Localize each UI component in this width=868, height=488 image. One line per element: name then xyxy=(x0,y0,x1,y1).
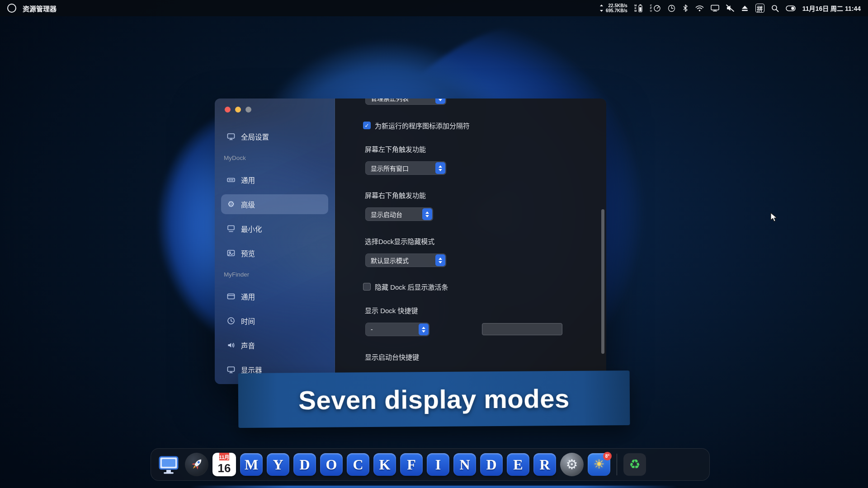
recycle-icon: ♻ xyxy=(629,458,640,471)
bluetooth-menu-item[interactable] xyxy=(682,4,689,12)
cpu-indicator[interactable]: CPU xyxy=(650,4,661,12)
dock-item-trash[interactable]: ♻ xyxy=(623,453,646,476)
activation-bar-checkbox[interactable] xyxy=(363,283,371,291)
menu-bar: 资源管理器 22.5KB/s 695.7KB/s MEM xyxy=(0,0,868,16)
minimize-button[interactable] xyxy=(235,107,241,113)
dock-item-weather[interactable]: ☀ 8° xyxy=(588,453,610,476)
select-stepper-icon xyxy=(435,254,445,266)
minimize-icon xyxy=(226,224,236,233)
sidebar-item-mydock-preview[interactable]: 预览 xyxy=(221,243,328,263)
desktop: 资源管理器 22.5KB/s 695.7KB/s MEM xyxy=(0,0,868,488)
content-scrollbar[interactable] xyxy=(601,209,604,354)
sidebar-item-global-settings[interactable]: 全局设置 xyxy=(221,127,328,146)
sidebar-section-myfinder: MyFinder xyxy=(224,270,328,279)
dock-item-letter[interactable]: D xyxy=(293,453,316,476)
sidebar-item-mydock-general[interactable]: 通用 xyxy=(221,170,328,190)
sidebar-section-mydock: MyDock xyxy=(224,154,328,163)
separator-checkbox-label: 为新运行的程序图标添加分隔符 xyxy=(375,121,470,130)
wifi-icon xyxy=(695,5,704,12)
sun-icon: ☀ xyxy=(593,458,604,471)
select-stepper-icon xyxy=(419,324,429,335)
dock-mode-select[interactable]: 默认显示模式 xyxy=(365,253,446,267)
eject-menu-item[interactable] xyxy=(741,5,749,12)
corner-left-label: 屏幕左下角触发功能 xyxy=(365,144,426,154)
corner-right-label: 屏幕右下角触发功能 xyxy=(365,190,426,200)
switch-user-menu-item[interactable] xyxy=(786,5,796,11)
dock-item-letter[interactable]: Y xyxy=(267,453,289,476)
display-icon xyxy=(226,365,236,374)
dock-mode-label: 选择Dock显示隐藏模式 xyxy=(365,236,434,246)
gear-icon: ⚙ xyxy=(566,458,578,471)
dock-item-letter[interactable]: F xyxy=(400,453,423,476)
dock-item-calendar[interactable]: 11月 16 xyxy=(212,453,236,476)
clock-menu-icon[interactable] xyxy=(668,5,675,12)
clock-icon xyxy=(668,5,675,12)
dock-item-letter[interactable]: O xyxy=(320,453,343,476)
display-menu-item[interactable] xyxy=(711,5,719,12)
launchpad-hotkey-label: 显示启动台快捷键 xyxy=(365,352,419,361)
dock-item-letter[interactable]: I xyxy=(427,453,449,476)
corner-left-select[interactable]: 显示所有窗口 xyxy=(365,161,446,175)
volume-menu-item[interactable] xyxy=(726,5,734,12)
mem-label: MEM xyxy=(634,4,637,12)
dock-item-letter[interactable]: M xyxy=(240,453,263,476)
dock-item-letter[interactable]: N xyxy=(453,453,476,476)
net-upload-speed: 22.5KB/s xyxy=(606,3,627,8)
dock-item-letter[interactable]: D xyxy=(480,453,503,476)
up-down-arrows-icon xyxy=(599,4,604,12)
active-app-title: 资源管理器 xyxy=(23,4,57,13)
dock-hotkey-input[interactable] xyxy=(482,323,562,335)
dock-item-settings[interactable]: ⚙ xyxy=(560,453,584,476)
battery-icon xyxy=(638,4,643,13)
banner-text: Seven display modes xyxy=(298,383,570,415)
select-stepper-icon xyxy=(435,99,445,104)
speaker-icon xyxy=(226,341,236,350)
zoom-button[interactable] xyxy=(245,107,251,113)
app-logo-icon[interactable] xyxy=(7,4,16,13)
corner-right-select[interactable]: 显示启动台 xyxy=(365,207,433,221)
calendar-month: 11月 xyxy=(219,453,230,460)
banned-list-select[interactable]: 管理禁止列表 xyxy=(365,99,446,105)
select-stepper-icon xyxy=(422,208,432,220)
menu-bar-clock[interactable]: 11月16日 周二 11:44 xyxy=(802,4,861,13)
settings-sidebar: 全局设置 MyDock 通用 ⚙ 高级 最小化 xyxy=(215,99,335,384)
memory-indicator[interactable]: MEM xyxy=(634,4,643,13)
close-button[interactable] xyxy=(225,107,231,113)
check-icon: ✓ xyxy=(364,122,369,129)
dock-item-letter[interactable]: K xyxy=(373,453,396,476)
dock-item-letter[interactable]: R xyxy=(533,453,556,476)
dock-separator xyxy=(617,454,617,475)
sidebar-item-myfinder-time[interactable]: 时间 xyxy=(221,311,328,331)
input-method-indicator[interactable]: 拼 xyxy=(755,4,764,13)
calendar-day: 16 xyxy=(218,460,231,476)
sidebar-item-mydock-minimize[interactable]: 最小化 xyxy=(221,219,328,239)
gauge-icon xyxy=(653,5,661,12)
sidebar-item-mydock-advanced[interactable]: ⚙ 高级 xyxy=(221,194,328,214)
display-icon xyxy=(711,5,719,12)
dock-hotkey-label: 显示 Dock 快捷键 xyxy=(365,305,418,315)
sidebar-item-myfinder-general[interactable]: 通用 xyxy=(221,286,328,306)
dock-item-letter[interactable]: E xyxy=(507,453,529,476)
preview-icon xyxy=(226,249,236,258)
sidebar-item-myfinder-sound[interactable]: 声音 xyxy=(221,335,328,355)
spotlight-menu-item[interactable] xyxy=(771,5,779,12)
network-speed-indicator[interactable]: 22.5KB/s 695.7KB/s xyxy=(599,3,627,13)
dock-item-letter[interactable]: C xyxy=(347,453,369,476)
dock: 11月 16 M Y D O C K F I N D E R ⚙ ☀ 8° ♻ xyxy=(151,448,710,481)
dock-icon xyxy=(226,175,236,184)
cpu-label: CPU xyxy=(650,4,652,12)
select-stepper-icon xyxy=(435,162,445,174)
dock-item-launchpad[interactable] xyxy=(185,453,208,476)
settings-window: 全局设置 MyDock 通用 ⚙ 高级 最小化 xyxy=(215,99,606,384)
weather-badge: 8° xyxy=(603,452,612,460)
dock-hotkey-select[interactable]: - xyxy=(365,323,429,336)
separator-checkbox[interactable]: ✓ xyxy=(363,122,371,129)
gear-icon: ⚙ xyxy=(226,200,236,209)
wifi-menu-item[interactable] xyxy=(695,5,704,12)
mouse-cursor xyxy=(770,212,778,222)
caption-banner: Seven display modes xyxy=(238,371,630,428)
toggle-icon xyxy=(786,5,796,11)
dock-item-mydock-app[interactable] xyxy=(156,452,181,477)
eject-icon xyxy=(741,5,749,12)
rocket-icon xyxy=(188,456,205,473)
